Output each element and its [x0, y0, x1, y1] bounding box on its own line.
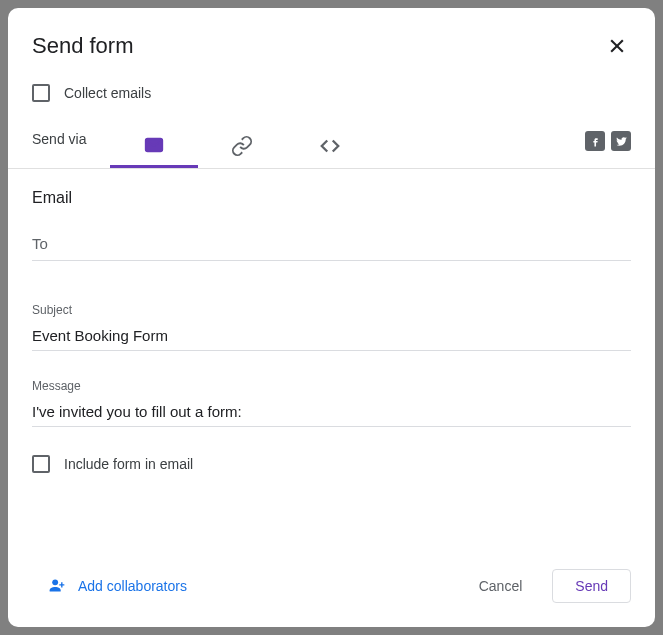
send-via-tabs: Send via: [8, 124, 655, 169]
close-icon: [607, 36, 627, 56]
tab-link[interactable]: [198, 124, 286, 168]
add-collaborators-label: Add collaborators: [78, 578, 187, 594]
social-share: [585, 131, 631, 161]
message-label: Message: [32, 379, 631, 393]
send-form-dialog: Send form Collect emails Send via: [8, 8, 655, 627]
link-icon: [231, 135, 253, 157]
add-collaborators-button[interactable]: Add collaborators: [46, 575, 187, 597]
subject-label: Subject: [32, 303, 631, 317]
cancel-button[interactable]: Cancel: [457, 570, 545, 602]
dialog-header: Send form: [8, 8, 655, 60]
to-field-label[interactable]: To: [32, 235, 631, 261]
collect-emails-checkbox[interactable]: [32, 84, 50, 102]
email-section-title: Email: [32, 189, 631, 207]
embed-icon: [319, 135, 341, 157]
message-input[interactable]: [32, 397, 631, 427]
close-button[interactable]: [603, 32, 631, 60]
dialog-title: Send form: [32, 33, 134, 59]
add-person-icon: [46, 575, 68, 597]
message-field-group: Message: [32, 379, 631, 427]
twitter-share-button[interactable]: [611, 131, 631, 151]
twitter-icon: [615, 135, 628, 148]
facebook-icon: [589, 135, 602, 148]
collect-emails-row: Collect emails: [8, 60, 655, 110]
tab-email[interactable]: [110, 124, 198, 168]
include-form-label: Include form in email: [64, 456, 193, 472]
subject-field-group: Subject: [32, 303, 631, 351]
subject-input[interactable]: [32, 321, 631, 351]
email-icon: [143, 134, 165, 156]
dialog-footer: Add collaborators Cancel Send: [8, 551, 655, 627]
include-form-row: Include form in email: [32, 455, 631, 473]
facebook-share-button[interactable]: [585, 131, 605, 151]
svg-point-3: [52, 579, 58, 585]
tab-embed[interactable]: [286, 124, 374, 168]
include-form-checkbox[interactable]: [32, 455, 50, 473]
send-via-label: Send via: [32, 131, 86, 161]
email-section: Email To Subject Message Include form in…: [8, 169, 655, 551]
collect-emails-label: Collect emails: [64, 85, 151, 101]
send-button[interactable]: Send: [552, 569, 631, 603]
